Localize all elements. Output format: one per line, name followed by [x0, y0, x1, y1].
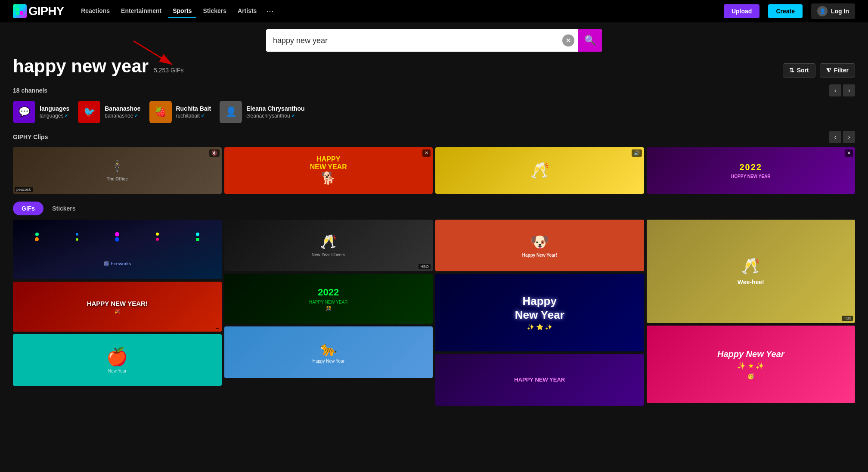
nav-links: Reactions Entertainment Sports Stickers …	[77, 5, 276, 18]
channels-nav-arrows: ‹ ›	[829, 84, 855, 96]
clips-next-button[interactable]: ›	[843, 131, 855, 143]
tab-stickers[interactable]: Stickers	[43, 202, 84, 215]
channels-row: 💬 languages languages ✔ 🐦 Bananashoe ban…	[13, 101, 855, 123]
clips-nav-arrows: ‹ ›	[829, 131, 855, 143]
channel-name-eleana: Eleana Chrysanthou	[246, 105, 304, 112]
logo-text: GIPHY	[28, 4, 64, 18]
channel-handle-ruchita: ruchitabait ✔	[176, 113, 211, 119]
clip-bg-cartoon: HAPPYNEW YEAR 🐕	[224, 147, 433, 194]
channel-card-ruchita[interactable]: 🍓 Ruchita Bait ruchitabait ✔	[149, 101, 211, 123]
svg-rect-3	[16, 12, 19, 15]
channels-prev-button[interactable]: ‹	[829, 84, 841, 96]
navbar: GIPHY Reactions Entertainment Sports Sti…	[0, 0, 868, 22]
channel-card-eleana[interactable]: 👤 Eleana Chrysanthou eleanachrysanthou ✔	[220, 101, 304, 123]
channel-handle-languages: languages ✔	[40, 113, 69, 119]
sort-button[interactable]: ⇅ Sort	[783, 63, 815, 78]
search-input[interactable]	[266, 30, 562, 51]
channel-info-languages: languages languages ✔	[40, 105, 69, 119]
nav-entertainment[interactable]: Entertainment	[117, 5, 166, 18]
filter-button[interactable]: ⧨ Filter	[820, 63, 855, 78]
channel-name-ruchita: Ruchita Bait	[176, 105, 211, 112]
filter-icon: ⧨	[826, 67, 831, 74]
nav-stickers[interactable]: Stickers	[199, 5, 231, 18]
channels-next-button[interactable]: ›	[843, 84, 855, 96]
gif-item-leopard[interactable]: 🐆 Happy New Year	[224, 326, 433, 378]
channels-section: 18 channels ‹ › 💬 languages languages ✔ …	[0, 84, 868, 123]
clip-bg-office: 🕴️ The Office	[13, 147, 222, 194]
verified-icon-eleana: ✔	[291, 113, 295, 118]
gif-item-stars[interactable]: HappyNew Year ✨ ⭐ ✨	[435, 274, 644, 351]
verified-icon-ruchita: ✔	[201, 113, 205, 118]
clip-item-toast[interactable]: 🥂 🔊	[435, 147, 644, 194]
gif-count: 5,253 GIFs	[154, 67, 183, 74]
channels-header: 18 channels ‹ ›	[13, 84, 855, 96]
nav-artists[interactable]: Artists	[233, 5, 261, 18]
search-wrapper: ✕ 🔍	[266, 29, 602, 52]
title-row: happy new year 5,253 GIFs ⇅ Sort ⧨ Filte…	[0, 56, 868, 78]
tabs-row: GIFs Stickers	[13, 202, 855, 215]
create-button[interactable]: Create	[768, 4, 803, 18]
channel-name-languages: languages	[40, 105, 69, 112]
logo-icon	[13, 4, 27, 18]
sort-label: Sort	[797, 67, 809, 74]
more-menu-icon[interactable]: ⋯	[264, 5, 276, 18]
channel-card-languages[interactable]: 💬 languages languages ✔	[13, 101, 69, 123]
gif-item-happynewyear-red[interactable]: HAPPY NEW YEAR! 🎉	[13, 282, 222, 332]
gif-item-wee[interactable]: 🥂 Wee-hee! HB0	[647, 220, 856, 323]
login-button[interactable]: 👤 Log In	[811, 3, 855, 19]
channel-card-bananashoe[interactable]: 🐦 Bananashoe bananashoe ✔	[78, 101, 140, 123]
nav-reactions[interactable]: Reactions	[77, 5, 114, 18]
channel-info-ruchita: Ruchita Bait ruchitabait ✔	[176, 105, 211, 119]
svg-rect-4	[20, 8, 23, 10]
gif-col-3: 🐶 Happy New Year! HappyNew Year ✨ ⭐ ✨ HA…	[435, 220, 644, 406]
channel-avatar-eleana: 👤	[220, 101, 242, 123]
search-container: ✕ 🔍	[0, 22, 868, 56]
channel-avatar-ruchita: 🍓	[149, 101, 172, 123]
clip-volume-icon-cartoon: ✕	[422, 149, 431, 157]
gif-item-2022[interactable]: 2022 HAPPY NEW YEAR 🎊	[224, 274, 433, 324]
clip-item-office[interactable]: 🕴️ The Office 🔇 peacock	[13, 147, 222, 194]
channel-info-bananashoe: Bananashoe bananashoe ✔	[105, 105, 140, 119]
upload-button[interactable]: Upload	[724, 4, 760, 18]
channel-avatar-bananashoe: 🐦	[78, 101, 100, 123]
clips-prev-button[interactable]: ‹	[829, 131, 841, 143]
gif-item-pink[interactable]: Happy New Year ✨ ★ ✨ 🥳	[647, 326, 856, 403]
svg-rect-2	[16, 8, 19, 11]
gif-item-apple[interactable]: 🍎 New Year	[13, 334, 222, 386]
sort-icon: ⇅	[789, 67, 794, 74]
title-left: happy new year 5,253 GIFs	[13, 56, 183, 77]
title-actions: ⇅ Sort ⧨ Filter	[783, 63, 855, 78]
verified-icon-bananashoe: ✔	[134, 113, 138, 118]
gif-col-4: 🥂 Wee-hee! HB0 Happy New Year ✨ ★ ✨ 🥳	[647, 220, 856, 406]
svg-rect-5	[20, 11, 23, 15]
gif-label-hbo: HBO	[418, 264, 431, 269]
clip-item-2022[interactable]: 2022 HOPPY NEW YEAR ✕	[647, 147, 856, 194]
clip-bg-2022: 2022 HOPPY NEW YEAR	[647, 147, 856, 194]
clip-item-cartoon[interactable]: HAPPYNEW YEAR 🐕 ✕	[224, 147, 433, 194]
gif-label-hbo2: HB0	[842, 316, 853, 321]
clip-badge-peacock: peacock	[15, 187, 33, 192]
gif-item-leo[interactable]: 🥂 New Year Cheers HBO	[224, 220, 433, 271]
gif-grid: 🎆 Fireworks HAPPY NEW YEAR! 🎉 🍎 New Year	[13, 220, 855, 406]
channel-avatar-languages: 💬	[13, 101, 35, 123]
tab-gifs[interactable]: GIFs	[13, 202, 43, 215]
gif-item-purple[interactable]: HAPPY NEW YEAR	[435, 354, 644, 406]
clear-search-button[interactable]: ✕	[562, 34, 574, 47]
gif-label-red	[216, 328, 219, 329]
filter-label: Filter	[834, 67, 849, 74]
clip-bg-toast: 🥂	[435, 147, 644, 194]
clip-volume-icon-2022: ✕	[845, 149, 853, 157]
gif-col-2: 🥂 New Year Cheers HBO 2022 HAPPY NEW YEA…	[224, 220, 433, 406]
search-title: happy new year	[13, 56, 149, 77]
gifs-section: GIFs Stickers	[0, 202, 868, 406]
search-button[interactable]: 🔍	[578, 29, 602, 52]
gif-item-snoopy[interactable]: 🐶 Happy New Year!	[435, 220, 644, 271]
nav-sports[interactable]: Sports	[168, 5, 196, 18]
verified-icon-languages: ✔	[65, 113, 68, 118]
channel-info-eleana: Eleana Chrysanthou eleanachrysanthou ✔	[246, 105, 304, 119]
logo[interactable]: GIPHY	[13, 4, 64, 18]
channel-handle-bananashoe: bananashoe ✔	[105, 113, 140, 119]
clips-title: GIPHY Clips	[13, 134, 48, 140]
clip-volume-icon-toast: 🔊	[632, 149, 642, 157]
gif-item-fireworks[interactable]: 🎆 Fireworks	[13, 220, 222, 279]
